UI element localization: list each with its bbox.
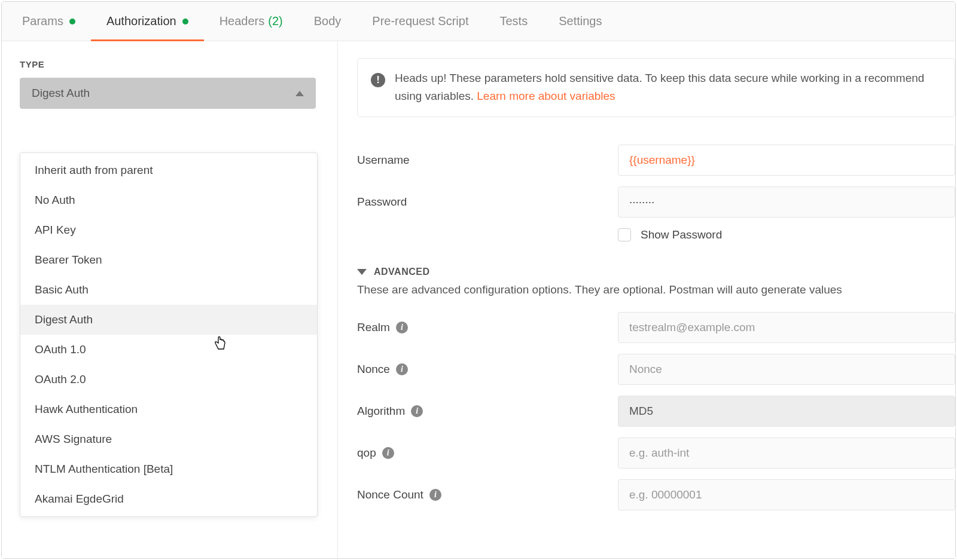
username-label: Username bbox=[357, 154, 618, 167]
tab-tests-label: Tests bbox=[499, 14, 528, 28]
qop-label: qop bbox=[357, 446, 376, 460]
tab-params-label: Params bbox=[22, 14, 63, 28]
nonce-input[interactable] bbox=[618, 354, 955, 385]
status-dot-icon bbox=[182, 19, 188, 25]
info-icon[interactable]: i bbox=[411, 405, 423, 417]
nonce-count-input[interactable] bbox=[618, 479, 955, 510]
type-heading: TYPE bbox=[20, 59, 316, 69]
tab-headers-label: Headers bbox=[220, 14, 265, 28]
caret-up-icon bbox=[295, 91, 304, 96]
auth-option-oauth2[interactable]: OAuth 2.0 bbox=[20, 365, 317, 394]
nonce-count-label: Nonce Count bbox=[357, 488, 423, 501]
tab-headers[interactable]: Headers (2) bbox=[204, 2, 298, 41]
auth-type-select[interactable]: Digest Auth bbox=[20, 78, 316, 109]
tab-prerequest-label: Pre-request Script bbox=[372, 14, 468, 28]
auth-option-ntlm[interactable]: NTLM Authentication [Beta] bbox=[20, 454, 317, 484]
algorithm-select[interactable] bbox=[618, 396, 955, 427]
show-password-checkbox[interactable] bbox=[618, 228, 631, 241]
auth-option-apikey[interactable]: API Key bbox=[20, 215, 317, 245]
auth-option-hawk[interactable]: Hawk Authentication bbox=[20, 394, 317, 424]
auth-option-digest[interactable]: Digest Auth bbox=[20, 305, 317, 335]
learn-more-link[interactable]: Learn more about variables bbox=[477, 90, 615, 102]
qop-input[interactable] bbox=[618, 437, 955, 469]
banner-text: Heads up! These parameters hold sensitiv… bbox=[395, 69, 941, 106]
realm-input[interactable] bbox=[618, 312, 955, 343]
auth-form-panel: ! Heads up! These parameters hold sensit… bbox=[338, 41, 955, 558]
alert-icon: ! bbox=[371, 71, 385, 88]
auth-type-selected-label: Digest Auth bbox=[32, 87, 90, 100]
tab-authorization[interactable]: Authorization bbox=[91, 2, 204, 41]
caret-down-icon bbox=[357, 269, 367, 275]
auth-option-inherit[interactable]: Inherit auth from parent bbox=[20, 155, 317, 185]
auth-option-oauth1[interactable]: OAuth 1.0 bbox=[20, 335, 317, 365]
tab-settings-label: Settings bbox=[559, 14, 602, 28]
tab-body[interactable]: Body bbox=[298, 2, 357, 41]
algorithm-label: Algorithm bbox=[357, 405, 405, 418]
auth-option-basic[interactable]: Basic Auth bbox=[20, 275, 317, 305]
realm-label: Realm bbox=[357, 321, 390, 334]
username-input[interactable] bbox=[618, 145, 955, 176]
auth-option-akamai[interactable]: Akamai EgdeGrid bbox=[20, 484, 317, 514]
request-tabs: Params Authorization Headers (2) Body Pr… bbox=[2, 2, 955, 41]
password-label: Password bbox=[357, 195, 618, 209]
tab-headers-count: (2) bbox=[268, 14, 282, 28]
tab-params[interactable]: Params bbox=[7, 2, 91, 41]
info-icon[interactable]: i bbox=[429, 489, 441, 501]
advanced-toggle[interactable]: ADVANCED bbox=[357, 267, 955, 277]
auth-option-bearer[interactable]: Bearer Token bbox=[20, 245, 317, 275]
info-icon[interactable]: i bbox=[396, 322, 408, 333]
tab-authorization-label: Authorization bbox=[106, 14, 176, 28]
auth-option-noauth[interactable]: No Auth bbox=[20, 185, 317, 215]
auth-option-aws[interactable]: AWS Signature bbox=[20, 424, 317, 454]
status-dot-icon bbox=[69, 19, 75, 25]
info-icon[interactable]: i bbox=[382, 447, 394, 459]
auth-type-dropdown: Inherit auth from parent No Auth API Key… bbox=[20, 152, 318, 517]
advanced-title: ADVANCED bbox=[374, 267, 429, 277]
auth-type-panel: TYPE Digest Auth Inherit auth from paren… bbox=[2, 41, 338, 558]
tab-tests[interactable]: Tests bbox=[484, 2, 543, 41]
advanced-description: These are advanced configuration options… bbox=[357, 283, 955, 296]
tab-body-label: Body bbox=[314, 14, 342, 28]
password-input[interactable] bbox=[618, 186, 955, 218]
tab-prerequest[interactable]: Pre-request Script bbox=[356, 2, 484, 41]
nonce-label: Nonce bbox=[357, 363, 390, 376]
info-icon[interactable]: i bbox=[396, 363, 408, 375]
info-banner: ! Heads up! These parameters hold sensit… bbox=[357, 58, 955, 117]
tab-settings[interactable]: Settings bbox=[543, 2, 617, 41]
show-password-label: Show Password bbox=[641, 228, 722, 241]
banner-message: Heads up! These parameters hold sensitiv… bbox=[395, 72, 924, 102]
